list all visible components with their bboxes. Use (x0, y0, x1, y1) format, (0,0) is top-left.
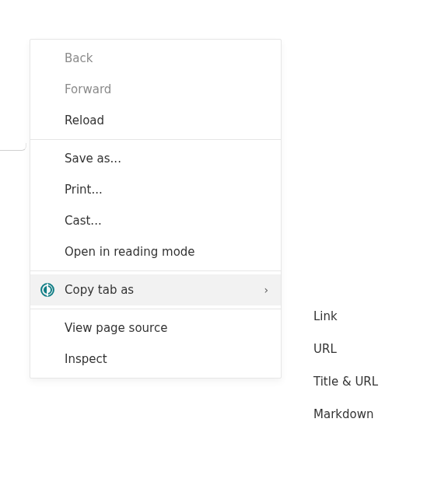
menu-separator (30, 270, 281, 271)
menu-item-label: View page source (65, 321, 268, 335)
menu-item-label: Back (65, 51, 268, 65)
menu-item-label: Inspect (65, 352, 268, 366)
submenu-item-url[interactable]: URL (299, 333, 424, 365)
submenu-item-label: Markdown (313, 407, 373, 421)
menu-item-open-reading-mode[interactable]: Open in reading mode (30, 236, 281, 267)
submenu-item-label: Link (313, 309, 338, 323)
menu-item-view-page-source[interactable]: View page source (30, 312, 281, 344)
submenu-item-label: URL (313, 342, 337, 356)
menu-item-label: Cast... (65, 214, 268, 228)
submenu-item-link[interactable]: Link (299, 300, 424, 333)
menu-item-label: Print... (65, 183, 268, 197)
menu-item-forward[interactable]: Forward (30, 74, 281, 105)
menu-item-print[interactable]: Print... (30, 174, 281, 205)
extension-circle-icon (40, 282, 55, 298)
page-context-menu: Back Forward Reload Save as... Print... … (30, 39, 282, 379)
menu-item-label: Copy tab as (65, 283, 264, 297)
menu-separator (30, 139, 281, 140)
submenu-item-label: Title & URL (313, 375, 378, 389)
menu-item-label: Forward (65, 82, 268, 96)
background-tab-edge (0, 143, 26, 151)
menu-item-label: Reload (65, 113, 268, 127)
chevron-right-icon: › (264, 284, 268, 295)
copy-tab-as-submenu: Link URL Title & URL Markdown (299, 297, 424, 434)
menu-item-copy-tab-as[interactable]: Copy tab as › (30, 274, 281, 305)
menu-item-inspect[interactable]: Inspect (30, 344, 281, 375)
menu-item-save-as[interactable]: Save as... (30, 143, 281, 174)
menu-item-reload[interactable]: Reload (30, 105, 281, 136)
submenu-item-markdown[interactable]: Markdown (299, 398, 424, 431)
menu-separator (30, 309, 281, 309)
menu-item-back[interactable]: Back (30, 43, 281, 74)
svg-rect-5 (47, 284, 48, 297)
menu-item-label: Open in reading mode (65, 245, 268, 259)
submenu-item-title-and-url[interactable]: Title & URL (299, 365, 424, 398)
menu-item-label: Save as... (65, 152, 268, 166)
menu-item-cast[interactable]: Cast... (30, 205, 281, 236)
